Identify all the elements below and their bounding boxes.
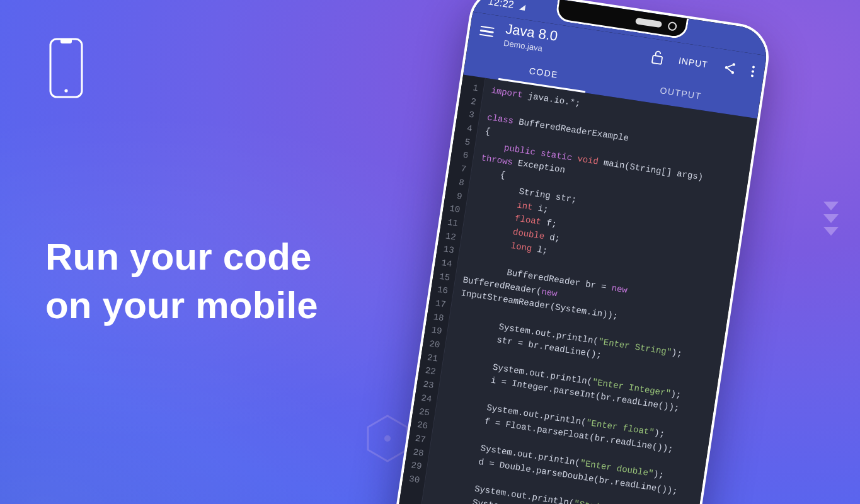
input-button[interactable]: INPUT (678, 55, 709, 69)
phone-mockup: 12:22 ◢ Java 8.0 Demo.ja (384, 0, 773, 504)
headline-line-2: on your mobile (45, 282, 318, 330)
chevrons-down-icon (823, 202, 839, 236)
svg-point-1 (64, 89, 67, 92)
clock-text: 12:22 (488, 0, 515, 10)
svg-point-3 (384, 435, 391, 442)
svg-rect-0 (50, 39, 82, 97)
status-time: 12:22 ◢ (487, 0, 526, 13)
phone-outline-icon (49, 38, 83, 101)
menu-icon[interactable] (479, 26, 495, 38)
svg-point-6 (732, 62, 735, 66)
status-indicator-icon: ◢ (519, 3, 525, 12)
lock-open-icon[interactable] (650, 49, 665, 66)
promo-banner: Run your code on your mobile 12:22 ◢ (0, 0, 860, 504)
share-icon[interactable] (722, 60, 738, 76)
svg-rect-4 (652, 55, 662, 64)
headline-line-1: Run your code (45, 233, 318, 282)
code-editor[interactable]: 1234567891011121314151617181920212223242… (384, 75, 757, 504)
front-camera-icon (667, 21, 677, 31)
more-vert-icon[interactable] (751, 66, 755, 77)
headline: Run your code on your mobile (45, 233, 318, 330)
earpiece-icon (635, 18, 662, 28)
